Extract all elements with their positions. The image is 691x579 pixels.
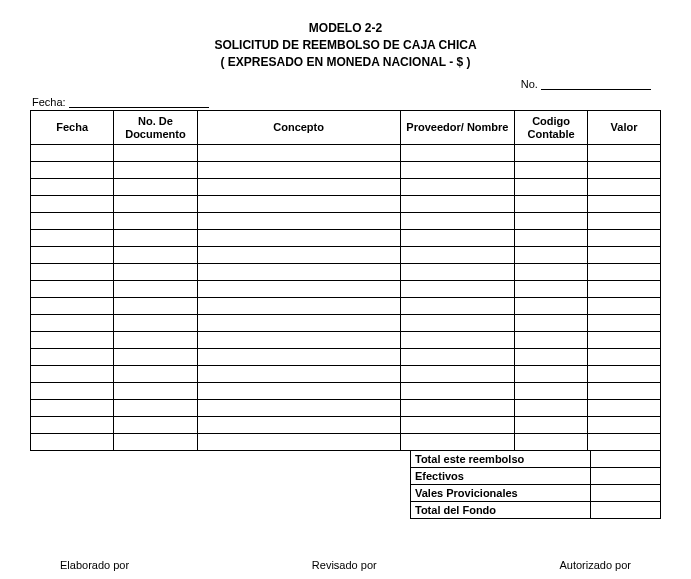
cell-valor[interactable] xyxy=(588,264,661,281)
cell-cod[interactable] xyxy=(515,383,588,400)
cell-prov[interactable] xyxy=(400,349,515,366)
cell-doc[interactable] xyxy=(114,196,197,213)
cell-prov[interactable] xyxy=(400,179,515,196)
cell-concepto[interactable] xyxy=(197,349,400,366)
cell-valor[interactable] xyxy=(588,281,661,298)
cell-fecha[interactable] xyxy=(31,247,114,264)
cell-prov[interactable] xyxy=(400,400,515,417)
cell-prov[interactable] xyxy=(400,230,515,247)
cell-cod[interactable] xyxy=(515,417,588,434)
cell-concepto[interactable] xyxy=(197,417,400,434)
cell-concepto[interactable] xyxy=(197,162,400,179)
cell-fecha[interactable] xyxy=(31,213,114,230)
cell-fecha[interactable] xyxy=(31,281,114,298)
fecha-input-line[interactable] xyxy=(69,107,209,108)
cell-doc[interactable] xyxy=(114,366,197,383)
cell-valor[interactable] xyxy=(588,162,661,179)
no-input-line[interactable] xyxy=(541,89,651,90)
cell-doc[interactable] xyxy=(114,400,197,417)
cell-valor[interactable] xyxy=(588,196,661,213)
summary-value[interactable] xyxy=(591,502,661,519)
cell-doc[interactable] xyxy=(114,247,197,264)
cell-valor[interactable] xyxy=(588,366,661,383)
cell-valor[interactable] xyxy=(588,400,661,417)
cell-prov[interactable] xyxy=(400,281,515,298)
cell-cod[interactable] xyxy=(515,434,588,451)
cell-cod[interactable] xyxy=(515,400,588,417)
cell-valor[interactable] xyxy=(588,315,661,332)
cell-valor[interactable] xyxy=(588,179,661,196)
summary-value[interactable] xyxy=(591,485,661,502)
cell-prov[interactable] xyxy=(400,366,515,383)
cell-concepto[interactable] xyxy=(197,383,400,400)
cell-valor[interactable] xyxy=(588,213,661,230)
cell-cod[interactable] xyxy=(515,230,588,247)
summary-value[interactable] xyxy=(591,451,661,468)
cell-concepto[interactable] xyxy=(197,247,400,264)
cell-doc[interactable] xyxy=(114,179,197,196)
cell-doc[interactable] xyxy=(114,264,197,281)
cell-valor[interactable] xyxy=(588,434,661,451)
cell-cod[interactable] xyxy=(515,332,588,349)
cell-concepto[interactable] xyxy=(197,230,400,247)
cell-cod[interactable] xyxy=(515,145,588,162)
cell-fecha[interactable] xyxy=(31,264,114,281)
cell-prov[interactable] xyxy=(400,162,515,179)
cell-prov[interactable] xyxy=(400,332,515,349)
cell-concepto[interactable] xyxy=(197,434,400,451)
cell-concepto[interactable] xyxy=(197,298,400,315)
cell-cod[interactable] xyxy=(515,366,588,383)
cell-doc[interactable] xyxy=(114,383,197,400)
cell-doc[interactable] xyxy=(114,332,197,349)
cell-valor[interactable] xyxy=(588,349,661,366)
cell-concepto[interactable] xyxy=(197,179,400,196)
cell-cod[interactable] xyxy=(515,349,588,366)
cell-concepto[interactable] xyxy=(197,366,400,383)
cell-prov[interactable] xyxy=(400,434,515,451)
cell-doc[interactable] xyxy=(114,230,197,247)
cell-concepto[interactable] xyxy=(197,145,400,162)
cell-cod[interactable] xyxy=(515,196,588,213)
cell-valor[interactable] xyxy=(588,417,661,434)
cell-doc[interactable] xyxy=(114,349,197,366)
cell-cod[interactable] xyxy=(515,179,588,196)
cell-fecha[interactable] xyxy=(31,230,114,247)
cell-prov[interactable] xyxy=(400,264,515,281)
cell-valor[interactable] xyxy=(588,247,661,264)
cell-prov[interactable] xyxy=(400,196,515,213)
cell-prov[interactable] xyxy=(400,213,515,230)
cell-cod[interactable] xyxy=(515,298,588,315)
cell-cod[interactable] xyxy=(515,264,588,281)
cell-doc[interactable] xyxy=(114,434,197,451)
cell-doc[interactable] xyxy=(114,162,197,179)
cell-concepto[interactable] xyxy=(197,400,400,417)
cell-fecha[interactable] xyxy=(31,349,114,366)
cell-concepto[interactable] xyxy=(197,281,400,298)
summary-value[interactable] xyxy=(591,468,661,485)
cell-valor[interactable] xyxy=(588,145,661,162)
cell-fecha[interactable] xyxy=(31,315,114,332)
cell-concepto[interactable] xyxy=(197,315,400,332)
cell-cod[interactable] xyxy=(515,281,588,298)
cell-cod[interactable] xyxy=(515,315,588,332)
cell-prov[interactable] xyxy=(400,247,515,264)
cell-fecha[interactable] xyxy=(31,332,114,349)
cell-fecha[interactable] xyxy=(31,366,114,383)
cell-fecha[interactable] xyxy=(31,434,114,451)
cell-doc[interactable] xyxy=(114,281,197,298)
cell-fecha[interactable] xyxy=(31,162,114,179)
cell-doc[interactable] xyxy=(114,298,197,315)
cell-fecha[interactable] xyxy=(31,179,114,196)
cell-valor[interactable] xyxy=(588,298,661,315)
cell-prov[interactable] xyxy=(400,145,515,162)
cell-prov[interactable] xyxy=(400,417,515,434)
cell-cod[interactable] xyxy=(515,213,588,230)
cell-doc[interactable] xyxy=(114,417,197,434)
cell-cod[interactable] xyxy=(515,162,588,179)
cell-fecha[interactable] xyxy=(31,298,114,315)
cell-fecha[interactable] xyxy=(31,145,114,162)
cell-doc[interactable] xyxy=(114,315,197,332)
cell-concepto[interactable] xyxy=(197,213,400,230)
cell-cod[interactable] xyxy=(515,247,588,264)
cell-valor[interactable] xyxy=(588,383,661,400)
